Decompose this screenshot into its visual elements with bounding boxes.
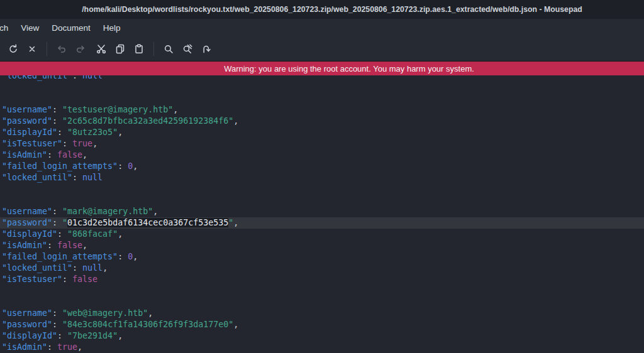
code-line: "displayId": "8utz23o5",	[0, 127, 644, 138]
titlebar: /home/kali/Desktop/wordlists/rockyou.txt…	[0, 0, 644, 19]
code-line	[0, 93, 644, 104]
token-punc: ,	[103, 263, 108, 273]
code-line: "isTestuser": true,	[0, 138, 644, 149]
mousepad-window: /home/kali/Desktop/wordlists/rockyou.txt…	[0, 0, 644, 353]
token-punc: :	[118, 161, 128, 171]
token-key: "isAdmin"	[2, 150, 47, 160]
token-punc: :	[52, 105, 62, 114]
close-icon	[26, 43, 38, 55]
token-punc: ,	[173, 105, 178, 114]
token-num: 0	[128, 161, 133, 171]
token-punc: :	[47, 342, 57, 352]
copy-icon	[114, 43, 126, 55]
copy-button[interactable]	[111, 40, 130, 58]
token-punc: ,	[118, 331, 123, 340]
token-bool: true	[72, 139, 92, 148]
code-line: "password": "2c65c8d7bfbca32a3ed42596192…	[0, 116, 644, 127]
token-key: "failed_login_attempts"	[2, 252, 118, 261]
token-bool: false	[57, 150, 82, 160]
token-key: "isTestuser"	[2, 139, 62, 148]
token-bool: true	[57, 342, 77, 352]
token-str: "84e3c804cf1fa14306f26f9f3da177e0"	[62, 320, 233, 329]
go-to-button[interactable]	[197, 40, 216, 58]
text-editor-area[interactable]: "locked_until": null"username": "testuse…	[0, 75, 644, 353]
window-title: /home/kali/Desktop/wordlists/rockyou.txt…	[82, 5, 582, 14]
token-key: "locked_until"	[2, 263, 72, 273]
token-punc: :	[52, 207, 62, 216]
token-key: "isAdmin"	[2, 241, 47, 250]
token-punc: :	[62, 274, 72, 284]
token-null: null	[82, 173, 103, 182]
token-key: "displayId"	[2, 229, 57, 239]
code-line: "displayId": "7be291d4",	[0, 330, 644, 342]
code-line	[0, 285, 644, 296]
token-str: "7be291d4"	[67, 331, 118, 340]
token-punc: ,	[82, 150, 87, 160]
selected-text: 01c3d2e5bdaf6134cec0a367cf53e535	[67, 218, 228, 227]
token-null: null	[82, 75, 103, 80]
find-button[interactable]	[159, 40, 178, 58]
go-to-icon	[201, 43, 212, 55]
code-line: "locked_until": null,	[0, 263, 644, 274]
token-str: "web@imagery.htb"	[62, 308, 148, 318]
menubar: ch View Document Help	[0, 19, 644, 36]
code-line: "isAdmin": false,	[0, 240, 644, 251]
find-replace-button[interactable]	[178, 40, 197, 58]
cut-icon	[96, 43, 107, 55]
close-file-button[interactable]	[23, 40, 42, 58]
token-punc: ,	[233, 218, 238, 227]
menu-search-partial[interactable]: ch	[0, 21, 14, 35]
paste-button[interactable]	[130, 40, 148, 58]
token-punc: ,	[148, 308, 153, 318]
token-punc: :	[57, 128, 67, 137]
toolbar-separator	[47, 42, 47, 56]
code-line: "password": "84e3c804cf1fa14306f26f9f3da…	[0, 319, 644, 330]
redo-button[interactable]	[71, 40, 90, 58]
token-punc: ,	[82, 241, 87, 250]
token-key: "password"	[2, 320, 52, 329]
token-punc: ,	[153, 207, 158, 216]
menu-document[interactable]: Document	[45, 21, 97, 35]
code-line: "failed_login_attempts": 0,	[0, 161, 644, 172]
menu-view[interactable]: View	[14, 21, 45, 35]
undo-button[interactable]	[52, 40, 71, 58]
code-line: "locked_until": null	[0, 75, 644, 82]
toolbar-separator	[153, 42, 154, 56]
token-punc: ,	[233, 320, 238, 329]
token-bool: false	[72, 274, 97, 284]
token-bool: false	[57, 241, 82, 250]
token-punc: :	[52, 218, 62, 227]
token-str: "868facaf"	[67, 229, 118, 239]
code-area: "locked_until": null"username": "testuse…	[0, 75, 644, 353]
paste-icon	[133, 43, 145, 55]
token-punc: ,	[133, 161, 138, 171]
token-punc: :	[72, 263, 82, 273]
token-punc: :	[52, 320, 62, 329]
token-key: "password"	[2, 218, 52, 227]
token-str: "8utz23o5"	[67, 128, 118, 137]
token-str: "	[62, 218, 67, 227]
token-punc: :	[62, 139, 72, 148]
token-str: "2c65c8d7bfbca32a3ed42596192384f6"	[62, 116, 233, 126]
token-punc: ,	[118, 229, 123, 239]
token-key: "username"	[2, 105, 52, 114]
reload-button[interactable]	[4, 40, 23, 58]
token-punc: :	[118, 252, 128, 261]
find-icon	[163, 43, 174, 55]
code-line: "displayId": "868facaf",	[0, 229, 644, 240]
code-line: "locked_until": null	[0, 172, 644, 183]
code-line: "isTestuser": false	[0, 274, 644, 285]
token-punc: ,	[92, 139, 97, 148]
root-warning-text: Warning: you are using the root account.…	[224, 64, 474, 73]
token-punc: :	[47, 150, 57, 160]
redo-icon	[75, 43, 86, 55]
code-line: "isAdmin": true,	[0, 342, 644, 353]
token-punc: ,	[133, 252, 138, 261]
code-line	[0, 296, 644, 308]
code-line	[0, 195, 644, 206]
reload-icon	[8, 43, 19, 55]
cut-button[interactable]	[92, 40, 111, 58]
code-line: "username": "web@imagery.htb",	[0, 308, 644, 319]
menu-help[interactable]: Help	[97, 21, 127, 35]
token-key: "isAdmin"	[2, 342, 47, 352]
